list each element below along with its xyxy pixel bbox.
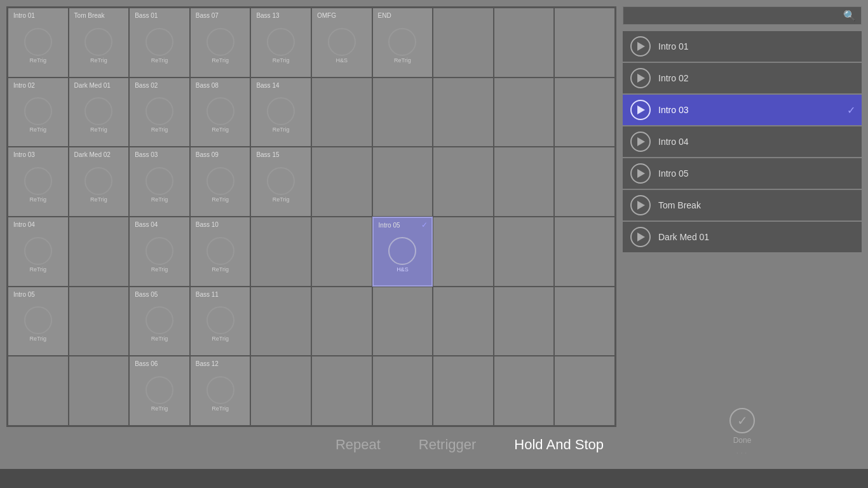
pad-knob[interactable] <box>207 167 234 195</box>
track-play-button[interactable] <box>630 163 651 184</box>
retrigger-button[interactable]: Retrigger <box>419 437 476 453</box>
pad-knob[interactable] <box>24 306 52 334</box>
pad-cell[interactable]: Tom BreakReTrig <box>69 8 130 78</box>
pad-cell[interactable]: Dark Med 01ReTrig <box>69 78 130 147</box>
pad-cell[interactable]: Bass 13ReTrig <box>250 8 311 78</box>
pad-cell[interactable] <box>69 287 130 356</box>
pad-knob[interactable] <box>207 97 234 125</box>
pad-knob[interactable] <box>24 167 52 195</box>
repeat-button[interactable]: Repeat <box>336 437 381 453</box>
pad-cell[interactable] <box>311 217 372 287</box>
pad-cell[interactable] <box>554 287 615 356</box>
pad-cell[interactable] <box>8 356 69 426</box>
pad-cell[interactable] <box>494 8 555 78</box>
pad-cell[interactable]: Bass 02ReTrig <box>129 78 190 147</box>
pad-cell[interactable] <box>433 217 494 287</box>
pad-knob[interactable] <box>267 167 295 195</box>
search-input[interactable] <box>628 11 843 21</box>
pad-cell[interactable] <box>554 147 615 217</box>
pad-cell[interactable]: Bass 05ReTrig <box>129 287 190 356</box>
pad-knob[interactable] <box>267 28 295 56</box>
pad-cell[interactable]: Bass 07ReTrig <box>190 8 251 78</box>
pad-cell[interactable] <box>311 356 372 426</box>
pad-cell[interactable]: Intro 05✓H&S <box>372 217 433 287</box>
track-item-intro02[interactable]: Intro 02 <box>623 63 862 93</box>
pad-cell[interactable]: Bass 06ReTrig <box>129 356 190 426</box>
pad-cell[interactable]: Intro 02ReTrig <box>8 78 69 147</box>
pad-cell[interactable] <box>554 356 615 426</box>
pad-cell[interactable]: Bass 11ReTrig <box>190 287 251 356</box>
pad-cell[interactable]: Bass 01ReTrig <box>129 8 190 78</box>
pad-knob[interactable] <box>85 97 112 125</box>
pad-cell[interactable] <box>372 147 433 217</box>
pad-knob[interactable] <box>85 167 112 195</box>
pad-cell[interactable]: Intro 04ReTrig <box>8 217 69 287</box>
pad-cell[interactable]: Bass 10ReTrig <box>190 217 251 287</box>
pad-cell[interactable]: Bass 12ReTrig <box>190 356 251 426</box>
track-item-tombreak[interactable]: Tom Break <box>623 190 862 220</box>
pad-knob[interactable] <box>207 306 234 334</box>
pad-cell[interactable] <box>311 78 372 147</box>
pad-knob[interactable] <box>85 28 112 56</box>
track-play-button[interactable] <box>630 100 651 120</box>
pad-cell[interactable]: Bass 14ReTrig <box>250 78 311 147</box>
track-item-intro04[interactable]: Intro 04 <box>623 126 862 157</box>
pad-cell[interactable] <box>554 8 615 78</box>
track-item-intro03[interactable]: Intro 03✓ <box>623 95 862 125</box>
track-item-intro05[interactable]: Intro 05 <box>623 158 862 189</box>
pad-cell[interactable] <box>494 147 555 217</box>
pad-cell[interactable] <box>372 356 433 426</box>
pad-cell[interactable] <box>250 287 311 356</box>
pad-cell[interactable]: Dark Med 02ReTrig <box>69 147 130 217</box>
pad-cell[interactable]: OMFGH&S <box>311 8 372 78</box>
pad-cell[interactable] <box>494 287 555 356</box>
pad-cell[interactable]: Bass 09ReTrig <box>190 147 251 217</box>
pad-cell[interactable]: Intro 01ReTrig <box>8 8 69 78</box>
pad-cell[interactable]: Intro 03ReTrig <box>8 147 69 217</box>
pad-knob[interactable] <box>24 28 52 56</box>
pad-knob[interactable] <box>24 237 52 265</box>
track-item-intro01[interactable]: Intro 01 <box>623 31 862 62</box>
pad-cell[interactable] <box>433 147 494 217</box>
track-play-button[interactable] <box>630 132 651 152</box>
pad-cell[interactable] <box>554 78 615 147</box>
track-item-darkmed01[interactable]: Dark Med 01 <box>623 222 862 252</box>
pad-knob[interactable] <box>328 28 356 56</box>
pad-cell[interactable]: Bass 08ReTrig <box>190 78 251 147</box>
pad-cell[interactable] <box>433 78 494 147</box>
pad-cell[interactable] <box>250 356 311 426</box>
pad-cell[interactable] <box>69 217 130 287</box>
pad-knob[interactable] <box>388 237 416 265</box>
done-button[interactable]: ✓ <box>729 408 755 433</box>
pad-knob[interactable] <box>146 97 173 125</box>
pad-cell[interactable] <box>433 356 494 426</box>
track-play-button[interactable] <box>630 36 651 57</box>
hold-and-stop-button[interactable]: Hold And Stop <box>514 437 604 453</box>
pad-knob[interactable] <box>388 28 416 56</box>
pad-knob[interactable] <box>207 28 234 56</box>
pad-knob[interactable] <box>207 376 234 404</box>
pad-cell[interactable]: Intro 05ReTrig <box>8 287 69 356</box>
pad-cell[interactable] <box>494 356 555 426</box>
pad-cell[interactable] <box>69 356 130 426</box>
pad-cell[interactable] <box>433 8 494 78</box>
pad-cell[interactable]: Bass 03ReTrig <box>129 147 190 217</box>
pad-cell[interactable] <box>433 287 494 356</box>
pad-cell[interactable] <box>372 78 433 147</box>
pad-knob[interactable] <box>146 306 173 334</box>
track-play-button[interactable] <box>630 68 651 88</box>
track-play-button[interactable] <box>630 195 651 215</box>
search-bar[interactable]: 🔍 <box>623 6 862 25</box>
pad-knob[interactable] <box>146 237 173 265</box>
pad-cell[interactable] <box>250 217 311 287</box>
track-play-button[interactable] <box>630 227 651 247</box>
pad-knob[interactable] <box>207 237 234 265</box>
pad-knob[interactable] <box>146 28 173 56</box>
pad-cell[interactable]: Bass 04ReTrig <box>129 217 190 287</box>
pad-cell[interactable]: ENDReTrig <box>372 8 433 78</box>
pad-cell[interactable] <box>372 287 433 356</box>
pad-knob[interactable] <box>24 97 52 125</box>
pad-cell[interactable] <box>494 78 555 147</box>
pad-cell[interactable] <box>311 147 372 217</box>
pad-cell[interactable] <box>494 217 555 287</box>
